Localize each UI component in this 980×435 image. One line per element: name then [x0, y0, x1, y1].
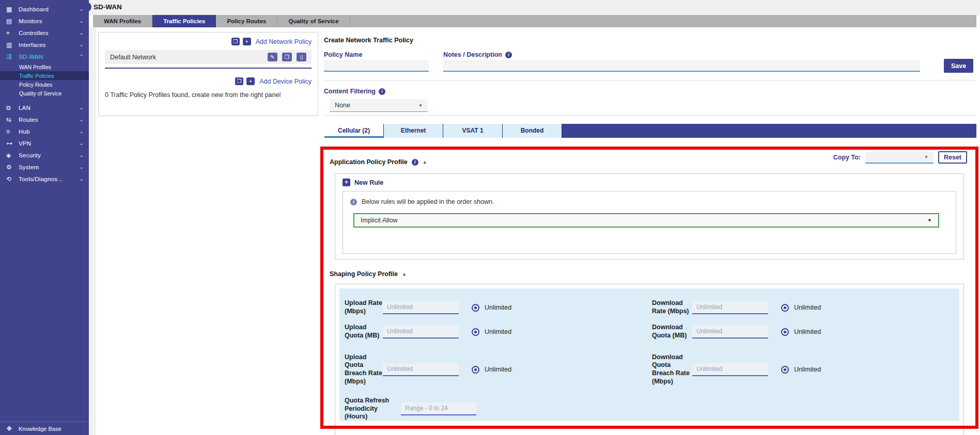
dropdown-arrow-icon: ▼	[924, 155, 928, 159]
download-quota-breach-input[interactable]	[692, 363, 768, 376]
delete-icon[interactable]: ▯	[297, 53, 306, 61]
empty-profiles-message: 0 Traffic Policy Profiles found, create …	[105, 91, 312, 99]
save-button[interactable]: Save	[944, 59, 973, 73]
upload-rate-row: Upload Rate (Mbps) Unlimited	[345, 294, 652, 321]
chevron-down-icon: ⌄	[80, 152, 84, 158]
sidebar-item-policy-routes[interactable]: Policy Routes	[0, 80, 89, 89]
main-tabbar: WAN Profiles Traffic Policies Policy Rou…	[93, 15, 976, 27]
sidebar-item-hub[interactable]: ≡ Hub ⌄	[0, 125, 89, 137]
upload-quota-input[interactable]	[383, 326, 459, 339]
tab-ethernet[interactable]: Ethernet	[384, 124, 443, 138]
reset-button[interactable]: Reset	[938, 151, 967, 164]
new-rule-button[interactable]: + New Rule	[343, 179, 956, 186]
unlimited-radio[interactable]	[781, 366, 789, 374]
sidebar: ▦ Dashboard ⌄ ▤ Monitors ⌄ ⌖ Controllers…	[0, 0, 89, 435]
content-filtering-select[interactable]: None ▼	[330, 99, 428, 112]
application-policy-box: + New Rule i Below rules will be applied…	[335, 173, 964, 260]
sidebar-item-controllers[interactable]: ⌖ Controllers ⌄	[0, 27, 89, 39]
upload-rate-label: Upload Rate (Mbps)	[345, 299, 383, 315]
sidebar-item-quality-of-service[interactable]: Quality of Service	[0, 89, 89, 98]
upload-quota-breach-input[interactable]	[383, 363, 459, 376]
upload-column: Upload Rate (Mbps) Unlimited Upload Quot…	[345, 294, 652, 418]
tab-quality-of-service[interactable]: Quality of Service	[277, 15, 350, 27]
sidebar-item-interfaces[interactable]: ▥ Interfaces ⌄	[0, 39, 89, 51]
sidebar-item-lan[interactable]: ⧉ LAN ⌄	[0, 102, 89, 114]
policy-name-label: Policy Name	[324, 51, 362, 58]
unlimited-radio[interactable]	[781, 328, 789, 336]
add-network-policy-button[interactable]: Add Network Policy	[256, 38, 312, 45]
sidebar-item-security[interactable]: ◈ Security ⌄	[0, 149, 89, 161]
plus-icon: +	[343, 179, 350, 186]
copy-icon[interactable]: ❐	[282, 53, 292, 61]
info-icon[interactable]: i	[379, 88, 385, 95]
upload-quota-label: Upload Quota (MB)	[345, 324, 383, 340]
tab-wan-profiles[interactable]: WAN Profiles	[93, 15, 152, 27]
form-divider	[324, 80, 976, 80]
upload-rate-input[interactable]	[383, 301, 459, 314]
sidebar-item-knowledge-base[interactable]: ❖ Knowledge Base	[0, 422, 89, 435]
unlimited-radio[interactable]	[781, 304, 789, 312]
sidebar-item-routes[interactable]: ⇆ Routes ⌄	[0, 114, 89, 125]
plus-icon[interactable]: +	[246, 77, 255, 85]
quota-refresh-input[interactable]	[401, 402, 476, 415]
copy-to-select[interactable]: ▼	[865, 152, 934, 164]
shaping-policy-header: Shaping Policy Profile ▲	[330, 270, 407, 278]
default-network-row[interactable]: Default Network ✎ ❐ ▯	[105, 50, 312, 64]
chevron-up-icon: ⌃	[80, 54, 84, 59]
page-header: ‹ SD-WAN	[89, 0, 980, 15]
info-icon[interactable]: i	[412, 159, 418, 166]
cellular-policy-section: Copy To: ▼ Reset Application Policy Prof…	[320, 147, 978, 435]
unlimited-radio[interactable]	[472, 366, 479, 374]
tabbar-filler	[562, 124, 976, 138]
shaping-policy-box: Upload Rate (Mbps) Unlimited Upload Quot…	[335, 284, 964, 435]
sidebar-item-vpn[interactable]: ⊶ VPN ⌄	[0, 137, 89, 149]
info-icon[interactable]: i	[505, 52, 512, 58]
unlimited-radio[interactable]	[472, 328, 479, 336]
edit-icon[interactable]: ✎	[268, 53, 277, 61]
sidebar-item-tools-diagnostics[interactable]: ⟲ Tools/Diagnos... ⌄	[0, 173, 89, 185]
chevron-down-icon: ⌄	[80, 128, 84, 134]
policy-name-input[interactable]	[324, 60, 429, 72]
sidebar-item-monitors[interactable]: ▤ Monitors ⌄	[0, 15, 89, 27]
tab-policy-routes[interactable]: Policy Routes	[216, 15, 277, 27]
sidebar-item-label: System	[19, 164, 80, 170]
bar-chart-icon: ▥	[6, 41, 19, 49]
chevron-down-icon: ⌄	[80, 105, 84, 110]
default-network-label: Default Network	[110, 54, 268, 61]
sidebar-item-label: Controllers	[19, 30, 80, 36]
download-rate-label: Download Rate (Mbps)	[652, 299, 692, 315]
dropdown-arrow-icon: ▼	[927, 218, 932, 223]
download-quota-input[interactable]	[692, 326, 768, 339]
implicit-allow-rule[interactable]: Implicit Allow ▼	[353, 213, 939, 228]
collapse-icon[interactable]: ▲	[402, 271, 407, 277]
download-rate-input[interactable]	[692, 301, 768, 314]
sub-item-label: Policy Routes	[19, 82, 52, 88]
unlimited-radio[interactable]	[472, 304, 479, 312]
sidebar-item-dashboard[interactable]: ▦ Dashboard ⌄	[0, 3, 89, 15]
sidebar-item-system[interactable]: ⚙ System ⌄	[0, 161, 89, 173]
tab-bonded[interactable]: Bonded	[503, 124, 562, 138]
sidebar-item-wan-profiles[interactable]: WAN Profiles	[0, 62, 89, 71]
sidebar-item-label: LAN	[19, 105, 80, 111]
download-rate-row: Download Rate (Mbps) Unlimited	[652, 294, 959, 321]
sidebar-item-traffic-policies[interactable]: Traffic Policies	[0, 71, 89, 80]
tab-traffic-policies[interactable]: Traffic Policies	[152, 15, 216, 27]
import-policy-icon[interactable]: ❐	[231, 38, 240, 45]
upload-quota-breach-label: Upload Quota Breach Rate (Mbps)	[345, 353, 383, 386]
download-quota-row: Download Quota (MB) Unlimited	[652, 321, 959, 342]
import-policy-icon[interactable]: ❐	[235, 77, 243, 85]
tab-cellular[interactable]: Cellular (2)	[324, 124, 384, 138]
chevron-down-icon: ⌄	[80, 117, 84, 122]
collapse-icon[interactable]: ▲	[423, 159, 427, 165]
sidebar-item-sdwan[interactable]: ⇶ SD-WAN ⌃	[0, 51, 89, 62]
plus-icon[interactable]: +	[243, 38, 251, 45]
notes-input[interactable]	[443, 60, 920, 72]
user-gear-icon: ⚙	[6, 164, 19, 171]
add-device-policy-button[interactable]: Add Device Policy	[259, 78, 312, 85]
router-icon: ⇶	[6, 53, 19, 60]
quota-refresh-row: Quota Refresh Periodicity (Hours)	[345, 397, 652, 421]
download-column: Download Rate (Mbps) Unlimited Download …	[652, 294, 959, 418]
section-divider	[324, 115, 976, 116]
tab-vsat1[interactable]: VSAT 1	[443, 124, 503, 138]
chevron-down-icon: ⌄	[80, 6, 84, 12]
